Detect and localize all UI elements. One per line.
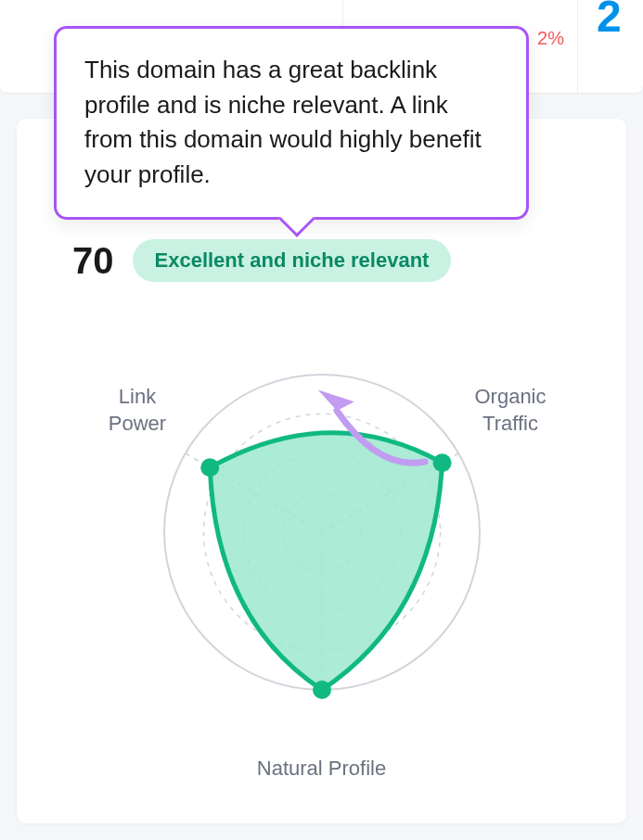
annotation-arrow-icon	[304, 388, 434, 484]
svg-point-9	[432, 453, 451, 472]
svg-point-8	[200, 458, 219, 477]
svg-marker-0	[318, 388, 355, 413]
partial-number: 2	[597, 0, 622, 42]
axis-label-link-power: LinkPower	[91, 384, 184, 437]
tooltip-text: This domain has a great backlink profile…	[84, 53, 498, 193]
score-card: 70 Excellent and niche relevant LinkPowe…	[17, 119, 626, 823]
percent-change: 2%	[537, 28, 564, 49]
axis-label-natural-profile: Natural Profile	[229, 756, 415, 783]
axis-label-organic-traffic: OrganicTraffic	[464, 384, 557, 437]
score-value: 70	[72, 240, 114, 282]
top-card-3: 2	[578, 0, 643, 93]
score-badge[interactable]: Excellent and niche relevant	[133, 239, 452, 282]
info-tooltip: This domain has a great backlink profile…	[54, 26, 529, 220]
score-header: 70 Excellent and niche relevant	[35, 239, 608, 282]
svg-point-10	[313, 681, 331, 699]
